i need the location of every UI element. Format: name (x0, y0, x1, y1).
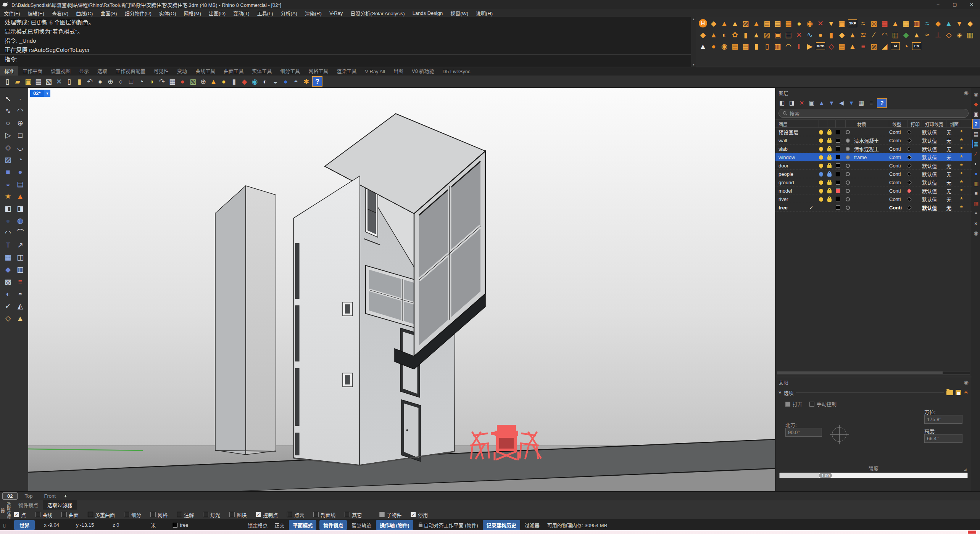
list-panel-icon[interactable]: ≡ (972, 188, 980, 198)
plugin-icon[interactable]: ◆ (837, 29, 847, 40)
plugin-icon[interactable]: ▲ (708, 29, 719, 40)
plugin-icon[interactable]: ● (794, 18, 804, 29)
toggle-osnap[interactable]: 物件锁点 (319, 520, 347, 530)
plugin-icon[interactable]: ◈ (954, 29, 965, 40)
four-views-icon[interactable]: ▦ (167, 76, 177, 87)
strip-gear-icon[interactable]: ◉ (972, 228, 980, 238)
plugin-icon[interactable]: ▲ (730, 18, 740, 29)
intensity-expand-icon[interactable]: ⊿ (964, 467, 967, 471)
extend-icon[interactable]: ⌒ (15, 227, 26, 238)
tab-select[interactable]: 选取 (93, 66, 111, 76)
tab-mesh-tools[interactable]: 网格工具 (304, 66, 332, 76)
tab-visibility[interactable]: 可见性 (150, 66, 173, 76)
panel-gear-icon[interactable]: ◉ (972, 89, 980, 99)
web-panel-icon[interactable]: ● (972, 169, 980, 179)
plugin-icon[interactable]: ▲ (751, 18, 762, 29)
print-color-icon[interactable] (907, 138, 912, 143)
plugin-icon[interactable]: ▦ (890, 29, 901, 40)
print-color-icon[interactable] (907, 130, 912, 135)
menu-solid[interactable]: 实体(O) (155, 9, 180, 17)
print-color-icon[interactable] (907, 188, 912, 193)
tent-icon[interactable]: ▲ (698, 41, 708, 51)
lock-icon[interactable] (827, 156, 832, 160)
plugin-icon[interactable]: ‖ (794, 41, 804, 51)
lock-en-icon[interactable]: EN (912, 42, 921, 50)
plugin-icon[interactable]: ✿ (730, 29, 740, 40)
plugin-icon[interactable]: ▩ (869, 18, 879, 29)
toggle-autocplane[interactable]: 自动对齐工作平面 (物件) (416, 520, 480, 530)
viewport-title-dropdown-icon[interactable]: ▼ (44, 90, 51, 97)
plugin-icon[interactable]: ▮ (740, 29, 751, 40)
plugin-icon[interactable]: ▲ (719, 18, 730, 29)
menu-lands[interactable]: Lands Design (409, 9, 447, 17)
plugin-icon[interactable]: ✕ (794, 29, 804, 40)
delete-layer-icon[interactable]: ✕ (797, 98, 807, 108)
plugin-icon[interactable]: ▲ (847, 41, 858, 51)
filter-subd[interactable]: 细分 (124, 511, 141, 518)
plugin-icon[interactable]: ◠ (879, 29, 890, 40)
plugin-icon[interactable]: ▦ (965, 29, 975, 40)
layer-help-icon[interactable]: ? (877, 98, 887, 108)
plugin-icon[interactable]: ◉ (804, 18, 815, 29)
altitude-input[interactable]: 66.4° (924, 434, 962, 443)
layer-search-input[interactable]: 搜索 (779, 109, 969, 118)
menu-help[interactable]: 说明(H) (472, 9, 496, 17)
text-icon[interactable]: T (2, 239, 14, 251)
plugin-icon[interactable]: ▤ (783, 29, 794, 40)
undo-icon[interactable]: ↶ (85, 76, 95, 87)
box-icon[interactable]: ■ (2, 166, 14, 177)
azimuth-input[interactable]: 175.8° (924, 415, 962, 424)
more-panels-icon[interactable]: » (972, 218, 980, 228)
lock-icon[interactable] (827, 173, 832, 177)
help-panel-icon[interactable]: ? (972, 119, 980, 129)
lock-icon[interactable] (827, 182, 832, 185)
section-hatch-icon[interactable]: * (960, 148, 963, 151)
material-icon[interactable] (846, 172, 850, 176)
plugin-icon[interactable]: ▯ (762, 41, 772, 51)
layer-row[interactable]: people Conti 默认值 无 * (775, 170, 972, 178)
print-color-icon[interactable] (907, 197, 912, 202)
surface-icon[interactable]: ▨ (2, 154, 14, 165)
plugin-icon[interactable]: ▦ (879, 18, 890, 29)
scale-icon[interactable]: ↗ (15, 239, 26, 251)
plugin-icon[interactable]: ◆ (698, 29, 708, 40)
zoom-window-icon[interactable]: □ (126, 76, 136, 87)
grid-array-icon[interactable]: ▩ (2, 276, 14, 287)
filter-point-clouds[interactable]: 点云 (287, 511, 304, 518)
toggle-smarttrack[interactable]: 智慧轨迹 (349, 520, 374, 530)
menu-dimension[interactable]: 出图(D) (205, 9, 229, 17)
zoom-extents-icon[interactable]: ◑ (147, 76, 157, 87)
plugin-icon[interactable]: ≡ (858, 41, 869, 51)
redo-view-icon[interactable]: ↷ (157, 76, 167, 87)
plugin-icon[interactable]: ≋ (858, 29, 869, 40)
boolean-union-icon[interactable]: ● (2, 215, 14, 226)
tab-standard[interactable]: 标准 (0, 66, 18, 76)
plugin-icon[interactable]: ▤ (772, 18, 783, 29)
save-icon[interactable]: ▣ (23, 76, 33, 87)
mirror-icon[interactable]: ◫ (15, 251, 26, 263)
sun-open-icon[interactable] (946, 390, 953, 395)
command-prompt[interactable]: 指令: (0, 55, 691, 64)
annotate-icon[interactable]: ▲ (208, 76, 219, 87)
menu-mesh[interactable]: 网格(M) (180, 9, 205, 17)
scroll-down-icon[interactable]: ▼ (692, 63, 695, 66)
section-hatch-icon[interactable]: * (960, 181, 963, 185)
car-icon[interactable]: ● (177, 76, 188, 87)
plugin-icon[interactable]: ✕ (815, 18, 826, 29)
move-down-icon[interactable]: ▼ (827, 98, 837, 108)
layer-row[interactable]: door Conti 默认值 无 * (775, 161, 972, 170)
menu-transform[interactable]: 变动(T) (229, 9, 253, 17)
polyline-icon[interactable]: ▷ (2, 129, 14, 141)
plugin-icon[interactable]: ● (815, 29, 826, 40)
array-icon[interactable]: ▥ (15, 264, 26, 275)
toggle-filter[interactable]: 过滤器 (522, 520, 542, 530)
print-color-icon[interactable] (907, 205, 912, 210)
pan-icon[interactable]: ● (95, 76, 105, 87)
viewport-tab-02[interactable]: 02 (2, 492, 18, 500)
layer-row-current[interactable]: tree✓ Conti 默认值 无 * (775, 203, 972, 212)
plugin-icon[interactable]: ◇ (943, 29, 954, 40)
section-hatch-icon[interactable]: * (960, 190, 963, 193)
plugin-icon[interactable]: ≈ (922, 29, 933, 40)
curve-icon[interactable]: ∿ (2, 105, 14, 116)
bulb-icon[interactable] (819, 180, 823, 185)
